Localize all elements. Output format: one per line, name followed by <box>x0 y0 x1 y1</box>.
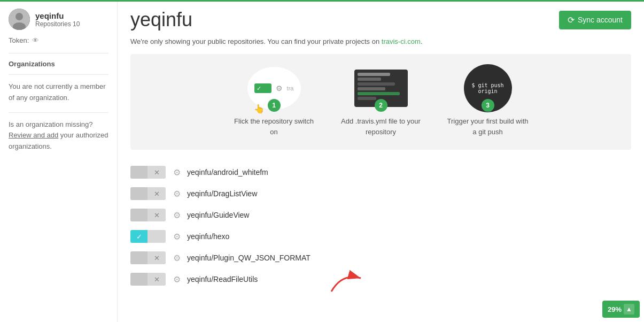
toggle-x-icon-4: ✕ <box>154 254 160 262</box>
toggle-left-5 <box>130 273 148 286</box>
repo-name-4: yeqinfu/Plugin_QW_JSON_FORMAT <box>187 254 311 262</box>
repo-gear-icon-1[interactable]: ⚙ <box>173 189 181 199</box>
steps-panel: ✓ ⚙ tra 👆 1 Flick the repository switch … <box>130 54 631 150</box>
toggle-left-0 <box>130 166 148 179</box>
token-label: Token: <box>9 36 29 44</box>
table-row: ✕ ⚙ yeqinfu/ReadFileUtils <box>130 270 631 289</box>
step-2-number: 2 <box>375 99 387 112</box>
review-add-link[interactable]: Review and add <box>9 131 58 139</box>
profile-username: yeqinfu <box>35 11 80 20</box>
badge-icon: ▲ <box>624 304 634 315</box>
profile-info: yeqinfu Repositories 10 <box>35 11 80 28</box>
divider-2 <box>9 74 108 75</box>
toggle-x-icon-5: ✕ <box>154 275 160 283</box>
repo-name-2: yeqinfu/GuideView <box>187 211 249 219</box>
toggle-right-0: ✕ <box>148 166 166 179</box>
step-1-number: 1 <box>268 99 281 112</box>
code-line-1 <box>358 73 391 76</box>
info-suffix: . <box>421 37 423 45</box>
table-row: ✕ ⚙ yeqinfu/DragListView <box>130 184 631 203</box>
divider-1 <box>9 53 108 53</box>
repo-toggle-2[interactable]: ✕ <box>130 209 166 221</box>
sync-account-label: Sync account <box>578 16 623 24</box>
repo-name-0: yeqinfu/android_whitefm <box>187 168 268 177</box>
step-1: ✓ ⚙ tra 👆 1 Flick the repository switch … <box>231 67 317 137</box>
main-header: yeqinfu ⟳ Sync account <box>130 9 631 31</box>
step-3: $ git push origin 3 Trigger your first b… <box>445 67 531 137</box>
toggle-x-icon-1: ✕ <box>154 190 160 198</box>
org-missing-text: Is an organization missing? <box>9 120 93 128</box>
toggle-left-4 <box>130 251 148 264</box>
step-1-desc: Flick the repository switch on <box>231 116 317 137</box>
org-empty-text: You are not currently a member of any or… <box>9 81 108 104</box>
repo-gear-icon-5[interactable]: ⚙ <box>173 274 181 285</box>
svg-point-1 <box>15 13 23 20</box>
avatar <box>9 9 30 30</box>
table-row: ✕ ⚙ yeqinfu/android_whitefm <box>130 163 631 182</box>
toggle-left-2 <box>130 209 148 221</box>
step-2: 2 Add .travis.yml file to your repositor… <box>338 67 424 137</box>
cursor-icon: 👆 <box>254 104 265 114</box>
page-title: yeqinfu <box>130 9 192 31</box>
sidebar: yeqinfu Repositories 10 Token: 👁 Organiz… <box>0 0 118 322</box>
divider-3 <box>9 112 108 113</box>
org-missing-section: Is an organization missing? Review and a… <box>9 119 108 152</box>
repo-list: ✕ ⚙ yeqinfu/android_whitefm ✕ ⚙ yeqinfu/… <box>130 163 631 289</box>
table-row: ✕ ⚙ yeqinfu/GuideView <box>130 205 631 225</box>
travis-ci-link[interactable]: travis-ci.com <box>382 37 421 45</box>
toggle-x-icon-0: ✕ <box>154 168 160 177</box>
repo-toggle-5[interactable]: ✕ <box>130 273 166 286</box>
toggle-right-3 <box>148 230 166 243</box>
toggle-widget: ✓ ⚙ tra <box>254 83 294 93</box>
organizations-label: Organizations <box>9 60 108 68</box>
repo-toggle-0[interactable]: ✕ <box>130 166 166 179</box>
step-1-visual: ✓ ⚙ tra 👆 1 <box>245 67 304 110</box>
main-content: yeqinfu ⟳ Sync account We're only showin… <box>118 0 644 322</box>
info-text-content: We're only showing your public repositor… <box>130 37 379 45</box>
repo-gear-icon-3[interactable]: ⚙ <box>173 232 181 242</box>
code-line-6 <box>358 97 376 100</box>
repo-name-3: yeqinfu/hexo <box>187 232 229 241</box>
terminal-text: $ git push origin <box>464 82 512 94</box>
table-row: ✕ ⚙ yeqinfu/Plugin_QW_JSON_FORMAT <box>130 248 631 267</box>
toggle-on: ✓ <box>254 83 271 93</box>
repo-name-5: yeqinfu/ReadFileUtils <box>187 275 258 283</box>
toggle-right-5: ✕ <box>148 273 166 286</box>
toggle-check-icon: ✓ <box>257 85 261 92</box>
code-line-4 <box>358 87 386 90</box>
step-2-desc: Add .travis.yml file to your repository <box>338 116 424 137</box>
toggle-x-icon-2: ✕ <box>154 211 160 219</box>
step1-gear-icon: ⚙ <box>276 84 283 93</box>
sync-account-button[interactable]: ⟳ Sync account <box>559 11 631 29</box>
profile-section: yeqinfu Repositories 10 <box>9 9 108 30</box>
repo-label-hint: tra <box>287 85 294 91</box>
repo-toggle-3[interactable]: ✓ <box>130 230 166 243</box>
repo-gear-icon-0[interactable]: ⚙ <box>173 167 181 178</box>
step-3-desc: Trigger your first build with a git push <box>445 116 531 137</box>
repo-gear-icon-2[interactable]: ⚙ <box>173 210 181 220</box>
code-line-5 <box>358 92 400 95</box>
progress-badge: 29% ▲ <box>602 301 640 318</box>
eye-icon[interactable]: 👁 <box>32 36 39 44</box>
progress-percent: 29% <box>608 305 622 313</box>
profile-repos: Repositories 10 <box>35 20 80 28</box>
toggle-right-1: ✕ <box>148 187 166 200</box>
info-text: We're only showing your public repositor… <box>130 37 631 45</box>
repo-toggle-4[interactable]: ✕ <box>130 251 166 264</box>
table-row: ✓ ⚙ yeqinfu/hexo <box>130 227 631 246</box>
repo-toggle-1[interactable]: ✕ <box>130 187 166 200</box>
repo-gear-icon-4[interactable]: ⚙ <box>173 253 181 263</box>
code-line-3 <box>358 82 395 86</box>
code-line-2 <box>358 78 381 81</box>
toggle-left-1 <box>130 187 148 200</box>
toggle-check-icon-3: ✓ <box>136 233 142 241</box>
repo-name-1: yeqinfu/DragListView <box>187 189 257 198</box>
step-2-visual: 2 <box>352 67 410 110</box>
toggle-right-2: ✕ <box>148 209 166 221</box>
token-row: Token: 👁 <box>9 36 108 44</box>
sync-icon: ⟳ <box>568 15 575 25</box>
toggle-left-3: ✓ <box>130 230 148 243</box>
step-3-visual: $ git push origin 3 <box>459 67 517 110</box>
toggle-right-4: ✕ <box>148 251 166 264</box>
badge-arrow-icon: ▲ <box>626 305 632 313</box>
